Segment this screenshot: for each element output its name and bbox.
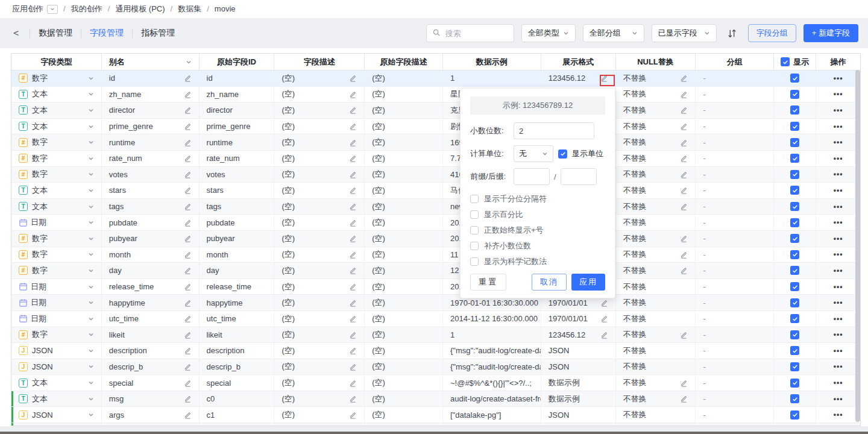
show-field-checkbox[interactable]: [790, 314, 799, 323]
app-selector[interactable]: 应用创作: [12, 4, 58, 14]
edit-null-replace-icon[interactable]: [680, 74, 688, 82]
more-actions-button[interactable]: •••: [834, 250, 843, 259]
edit-alias-icon[interactable]: [184, 122, 192, 130]
field-type-select[interactable]: 日期: [11, 311, 102, 327]
option-checkbox[interactable]: [470, 226, 479, 234]
edit-desc-icon[interactable]: [349, 251, 357, 259]
edit-alias-icon[interactable]: [184, 266, 192, 274]
edit-format-icon[interactable]: [600, 299, 608, 307]
edit-alias-icon[interactable]: [184, 283, 192, 291]
group-filter-select[interactable]: 全部分组: [583, 24, 644, 42]
edit-null-replace-icon[interactable]: [680, 106, 688, 114]
field-type-select[interactable]: JJSON: [11, 407, 102, 423]
edit-alias-icon[interactable]: [184, 331, 192, 339]
show-all-checkbox[interactable]: [781, 57, 790, 66]
edit-alias-icon[interactable]: [184, 411, 192, 419]
more-actions-button[interactable]: •••: [834, 315, 843, 323]
show-field-checkbox[interactable]: [790, 394, 799, 403]
edit-alias-icon[interactable]: [184, 363, 192, 371]
more-actions-button[interactable]: •••: [834, 298, 843, 307]
option-checkbox[interactable]: [470, 242, 479, 250]
option-checkbox[interactable]: [470, 195, 479, 203]
chevron-down-icon[interactable]: [186, 59, 192, 65]
edit-desc-icon[interactable]: [349, 379, 357, 387]
more-actions-button[interactable]: •••: [834, 138, 843, 146]
more-actions-button[interactable]: •••: [834, 90, 843, 98]
edit-desc-icon[interactable]: [349, 171, 357, 178]
show-field-checkbox[interactable]: [790, 122, 799, 131]
column-header-alias[interactable]: 别名: [102, 54, 200, 70]
field-type-select[interactable]: #数字: [11, 231, 102, 247]
show-field-checkbox[interactable]: [790, 379, 799, 388]
edit-alias-icon[interactable]: [184, 106, 192, 114]
edit-desc-icon[interactable]: [349, 363, 357, 371]
edit-alias-icon[interactable]: [184, 139, 192, 146]
search-box[interactable]: [426, 24, 514, 42]
show-field-checkbox[interactable]: [790, 298, 799, 307]
shown-fields-filter-select[interactable]: 已显示字段: [652, 24, 717, 42]
more-actions-button[interactable]: •••: [834, 203, 843, 211]
edit-null-replace-icon[interactable]: [680, 203, 688, 210]
field-type-select[interactable]: 日期: [11, 215, 102, 230]
edit-desc-icon[interactable]: [349, 106, 357, 114]
show-field-checkbox[interactable]: [790, 330, 799, 339]
edit-desc-icon[interactable]: [349, 90, 357, 98]
tab-data-management[interactable]: 数据管理: [39, 28, 72, 39]
edit-alias-icon[interactable]: [184, 154, 192, 162]
edit-null-replace-icon[interactable]: [680, 90, 688, 98]
field-group-button[interactable]: 字段分组: [748, 24, 796, 42]
option-checkbox[interactable]: [470, 210, 479, 219]
reset-button[interactable]: 重置: [470, 274, 506, 291]
back-button[interactable]: <: [10, 28, 22, 39]
show-field-checkbox[interactable]: [790, 266, 799, 275]
edit-desc-icon[interactable]: [349, 219, 357, 227]
field-type-select[interactable]: JJSON: [11, 359, 102, 375]
edit-null-replace-icon[interactable]: [680, 266, 688, 274]
more-actions-button[interactable]: •••: [834, 234, 843, 243]
more-actions-button[interactable]: •••: [834, 106, 843, 115]
field-type-select[interactable]: #数字: [11, 71, 102, 86]
edit-alias-icon[interactable]: [184, 251, 192, 259]
edit-desc-icon[interactable]: [349, 266, 357, 274]
show-field-checkbox[interactable]: [790, 74, 799, 83]
show-unit-checkbox[interactable]: [558, 149, 567, 159]
edit-desc-icon[interactable]: [349, 74, 357, 82]
edit-null-replace-icon[interactable]: [680, 186, 688, 194]
field-type-select[interactable]: #数字: [11, 167, 102, 183]
edit-desc-icon[interactable]: [349, 122, 357, 130]
edit-null-replace-icon[interactable]: [680, 251, 688, 259]
show-field-checkbox[interactable]: [790, 346, 799, 355]
more-actions-button[interactable]: •••: [834, 266, 843, 275]
chevron-down-icon[interactable]: [47, 5, 58, 14]
show-field-checkbox[interactable]: [790, 218, 799, 227]
edit-desc-icon[interactable]: [349, 283, 357, 291]
edit-alias-icon[interactable]: [184, 395, 192, 403]
edit-alias-icon[interactable]: [184, 299, 192, 307]
edit-format-icon[interactable]: [600, 331, 608, 339]
edit-format-icon[interactable]: [600, 315, 608, 322]
edit-desc-icon[interactable]: [349, 234, 357, 242]
search-input[interactable]: [444, 28, 507, 39]
edit-desc-icon[interactable]: [349, 203, 357, 210]
vertical-scrollbar[interactable]: [855, 70, 860, 422]
sort-icon[interactable]: [724, 24, 741, 42]
show-field-checkbox[interactable]: [790, 410, 799, 420]
more-actions-button[interactable]: •••: [834, 122, 843, 131]
edit-alias-icon[interactable]: [184, 315, 192, 322]
field-type-select[interactable]: #数字: [11, 327, 102, 343]
more-actions-button[interactable]: •••: [834, 186, 843, 195]
tab-field-management[interactable]: 字段管理: [90, 28, 124, 39]
field-type-select[interactable]: #数字: [11, 263, 102, 278]
field-type-select[interactable]: T文本: [11, 102, 102, 118]
edit-null-replace-icon[interactable]: [680, 331, 688, 339]
option-checkbox[interactable]: [470, 257, 479, 266]
tab-metric-management[interactable]: 指标管理: [141, 28, 175, 39]
field-type-select[interactable]: 日期: [11, 295, 102, 310]
show-field-checkbox[interactable]: [790, 138, 799, 147]
edit-null-replace-icon[interactable]: [680, 139, 688, 146]
breadcrumb-item[interactable]: 数据集: [178, 4, 201, 13]
more-actions-button[interactable]: •••: [834, 395, 843, 403]
edit-alias-icon[interactable]: [184, 74, 192, 82]
edit-desc-icon[interactable]: [349, 347, 357, 354]
field-type-select[interactable]: T文本: [11, 183, 102, 198]
